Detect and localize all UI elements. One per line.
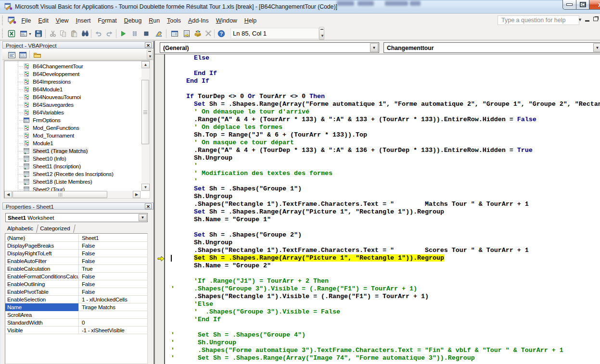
code-text[interactable]: Else End If End If If TourDep <> 0 Or To…: [171, 54, 600, 362]
code-line[interactable]: .Shapes("Rectangle 1").TextFrame.Charact…: [171, 247, 600, 254]
tree-item-label[interactable]: B64Sauvegardes: [32, 101, 75, 108]
property-row[interactable]: EnableCalculationTrue: [5, 265, 147, 273]
tree-item-label[interactable]: Sheet12 (Recette des Inscriptions): [32, 171, 115, 177]
vertical-scroll-thumb[interactable]: [141, 80, 149, 144]
property-value[interactable]: False: [79, 257, 147, 265]
property-row[interactable]: Visible-1 - xlSheetVisible: [5, 326, 147, 334]
project-tree-vertical-scrollbar[interactable]: ▲ ▼: [141, 61, 150, 191]
object-combo-dropdown-icon[interactable]: ▼: [370, 43, 378, 52]
tree-item-label[interactable]: B64Module1: [32, 86, 64, 92]
property-value[interactable]: True: [79, 265, 147, 273]
tree-item-label[interactable]: B64Variables: [32, 109, 65, 115]
code-line[interactable]: .Range("A" & 4 + (TourDep * 133) & ":A" …: [171, 147, 600, 154]
code-line[interactable]: ' On déplace les formes: [171, 124, 600, 131]
code-line[interactable]: ' On masque ce tour départ: [171, 139, 600, 147]
toggle-folders-button[interactable]: [33, 50, 41, 59]
tree-item[interactable]: Sheet12 (Recette des Inscriptions): [4, 170, 139, 178]
code-line[interactable]: Set Sh = .Shapes("Groupe 1"): [171, 185, 600, 193]
tree-item[interactable]: B64NouveauTournoi: [4, 93, 139, 101]
code-line[interactable]: [171, 224, 600, 231]
project-panel-close-button[interactable]: ✕: [145, 42, 152, 48]
tree-item-label[interactable]: B64Impressions: [32, 78, 72, 85]
menu-edit[interactable]: Edit: [35, 16, 52, 25]
property-value[interactable]: False: [79, 288, 147, 296]
properties-panel-close-button[interactable]: ✕: [145, 203, 152, 209]
toolbar-grip[interactable]: [2, 29, 3, 38]
code-line[interactable]: ' Modification des textes des formes: [171, 170, 600, 177]
save-button[interactable]: [34, 29, 43, 38]
property-row[interactable]: EnablePivotTableFalse: [5, 288, 147, 296]
undo-button[interactable]: [94, 29, 102, 38]
property-name[interactable]: ScrollArea: [5, 311, 79, 319]
property-value[interactable]: Sheet1: [79, 234, 147, 242]
property-name[interactable]: EnableCalculation: [5, 265, 79, 273]
tab-categorized[interactable]: Categorized: [38, 223, 75, 233]
tree-item[interactable]: Sheet10 (Info): [4, 155, 139, 163]
code-editor[interactable]: Else End If End If If TourDep <> 0 Or To…: [155, 54, 600, 364]
menu-run[interactable]: Run: [145, 16, 164, 25]
project-tree-horizontal-scrollbar[interactable]: ◀ ▶: [4, 191, 140, 199]
property-value[interactable]: 0: [79, 319, 147, 326]
menu-help[interactable]: Help: [241, 16, 260, 25]
break-button[interactable]: [130, 29, 139, 38]
code-line[interactable]: Set Sh = .Shapes.Range(Array("Picture 1"…: [171, 208, 600, 216]
code-line[interactable]: .Shapes("Rectangle 1").TextFrame.Charact…: [171, 201, 600, 208]
code-line[interactable]: 'Else: [171, 301, 600, 308]
property-name[interactable]: DisplayPageBreaks: [5, 242, 79, 250]
scroll-up-button[interactable]: ▲: [141, 61, 150, 68]
menu-file[interactable]: File: [18, 16, 35, 25]
property-row[interactable]: DisplayRightToLeftFalse: [5, 250, 147, 257]
project-toolbar-options-button[interactable]: ▼: [147, 50, 153, 60]
scroll-left-button[interactable]: ◀: [4, 191, 12, 198]
code-line[interactable]: ' .Shapes("Groupe 3").Visible = False: [171, 308, 600, 316]
redo-button[interactable]: [105, 29, 114, 38]
code-line[interactable]: ' On démasque le tour d'arrivé: [171, 108, 600, 116]
tree-item[interactable]: B64Developpement: [4, 70, 139, 78]
code-line[interactable]: End If: [171, 70, 600, 77]
help-button[interactable]: [217, 29, 226, 38]
tree-item[interactable]: B64Variables: [4, 109, 139, 116]
tree-item[interactable]: B64Impressions: [4, 78, 139, 86]
code-line[interactable]: 'If .Range("J1") = TourArr + 2 Then: [171, 277, 600, 285]
property-name[interactable]: StandardWidth: [5, 319, 79, 326]
code-line[interactable]: Sh.Name = "Groupe 1": [171, 216, 600, 224]
tree-item[interactable]: B64ChangementTour: [4, 63, 139, 70]
code-line[interactable]: .Shapes("Rectangle 1").Visible = (.Range…: [171, 293, 600, 301]
code-line[interactable]: Set Sh = .Shapes("Groupe 2"): [171, 231, 600, 239]
scroll-right-button[interactable]: ▶: [133, 191, 140, 198]
property-value[interactable]: -1 - xlSheetVisible: [79, 326, 147, 334]
object-combobox[interactable]: (General) ▼: [160, 42, 379, 53]
horizontal-scroll-thumb[interactable]: [13, 191, 107, 198]
mdi-minimize-button[interactable]: [585, 20, 589, 22]
insert-userform-button[interactable]: [19, 29, 28, 38]
menu-format[interactable]: Format: [94, 16, 120, 25]
property-row[interactable]: EnableAutoFilterFalse: [5, 257, 147, 265]
tree-item-label[interactable]: Module1: [32, 140, 54, 146]
code-line[interactable]: Else: [171, 54, 600, 62]
code-line[interactable]: End If: [171, 77, 600, 85]
property-row[interactable]: NameTirage Matchs: [5, 303, 147, 311]
code-line[interactable]: 'End If: [171, 316, 600, 324]
tree-item-label[interactable]: Sheet18 (Liste Membres): [32, 178, 93, 185]
code-line-execution-point[interactable]: Set Sh = .Shapes.Range(Array("Picture 1"…: [171, 254, 600, 262]
property-value[interactable]: False: [79, 250, 147, 257]
code-line[interactable]: [171, 324, 600, 331]
design-mode-button[interactable]: [154, 29, 163, 38]
menu-window[interactable]: Window: [212, 16, 241, 25]
scroll-down-button[interactable]: ▼: [141, 184, 150, 191]
code-line[interactable]: ' Sh.Ungroup: [171, 339, 600, 347]
property-value[interactable]: [79, 311, 147, 319]
property-value[interactable]: False: [79, 273, 147, 280]
property-value[interactable]: Tirage Matchs: [79, 303, 147, 311]
run-sub-button[interactable]: [119, 29, 128, 38]
reset-button[interactable]: [142, 29, 151, 38]
tree-item-label[interactable]: FrmOptions: [32, 117, 62, 123]
tree-item[interactable]: Sheet1 (Tirage Matchs): [4, 147, 139, 155]
help-dropdown-icon[interactable]: ▼: [578, 17, 582, 22]
menu-addins[interactable]: Add-Ins: [184, 16, 212, 25]
tree-item-label[interactable]: B64ChangementTour: [32, 63, 84, 69]
view-microsoft-excel-button[interactable]: [7, 29, 16, 38]
property-row[interactable]: EnableOutliningFalse: [5, 280, 147, 288]
tree-item[interactable]: Mod_Tournament: [4, 132, 139, 139]
code-line[interactable]: ': [171, 162, 600, 170]
